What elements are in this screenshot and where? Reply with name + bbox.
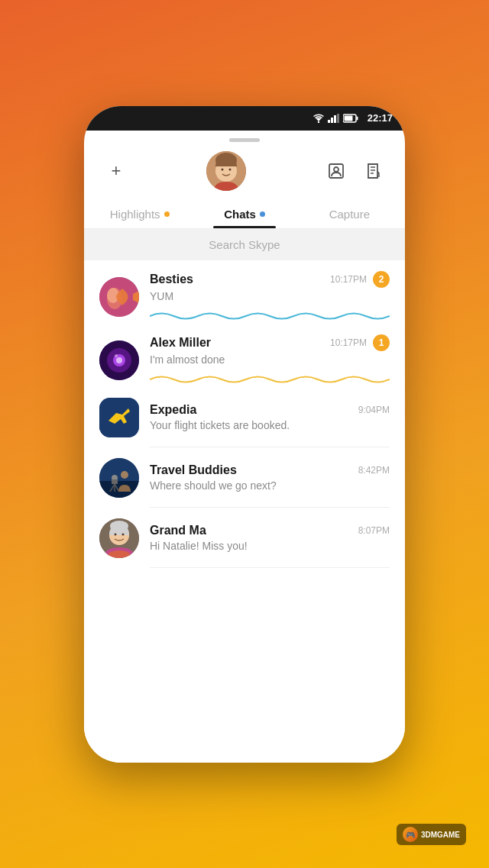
chat-preview: Your flight tickets are booked. (150, 419, 290, 431)
chat-name: Travel Buddies (150, 463, 237, 477)
status-time: 22:17 (368, 112, 393, 124)
chat-content-grandma: Grand Ma 8:07PM Hi Natalie! Miss you! (150, 524, 390, 552)
chat-avatar-grandma (99, 518, 139, 558)
header-right (322, 157, 387, 185)
chat-time: 10:17PM (330, 337, 367, 348)
watermark: 🎮 3DMGAME (397, 824, 466, 845)
svg-point-13 (229, 168, 232, 170)
unread-badge: 1 (373, 334, 390, 351)
tabs-bar: Highlights Chats Capture (84, 198, 405, 229)
tab-highlights[interactable]: Highlights (87, 198, 192, 228)
chat-content-expedia: Expedia 9:04PM Your flight tickets are b… (150, 403, 390, 431)
list-item[interactable]: Alex Miller 10:17PM 1 I'm almost done (84, 324, 405, 387)
status-icons (313, 114, 358, 123)
svg-point-39 (115, 533, 117, 535)
tab-chats[interactable]: Chats (192, 198, 296, 228)
list-item[interactable]: Travel Buddies 8:42PM Where should we go… (84, 447, 405, 498)
chat-content-travel: Travel Buddies 8:42PM Where should we go… (150, 463, 390, 492)
signal-icon (328, 114, 340, 123)
chat-time: 10:17PM (330, 274, 367, 285)
phone-frame: 22:17 + (84, 106, 405, 763)
chat-avatar-besties (99, 277, 139, 317)
calls-button[interactable] (359, 157, 387, 185)
chats-dot (260, 211, 265, 217)
svg-marker-0 (316, 118, 322, 121)
search-bar: Search Skype (84, 229, 405, 260)
contacts-icon (327, 162, 345, 180)
svg-point-25 (116, 357, 122, 363)
chat-time: 8:07PM (358, 525, 390, 536)
chat-avatar-travel (99, 458, 139, 498)
svg-rect-3 (331, 118, 333, 123)
watermark-text: 3DMGAME (421, 831, 460, 839)
chat-preview: Where should we go next? (150, 479, 277, 492)
search-placeholder: Search Skype (209, 238, 280, 251)
chat-avatar-alex (99, 340, 139, 380)
svg-point-1 (318, 121, 319, 122)
list-item[interactable]: Besties 10:17PM 2 YUM (84, 260, 405, 324)
svg-rect-2 (328, 120, 330, 123)
svg-rect-31 (112, 479, 118, 484)
chat-list: Besties 10:17PM 2 YUM (84, 260, 405, 763)
chat-preview: YUM (150, 290, 173, 302)
svg-point-26 (115, 354, 118, 357)
chat-name: Grand Ma (150, 524, 206, 537)
wave-divider-alex (150, 372, 390, 387)
list-item[interactable]: Grand Ma 8:07PM Hi Natalie! Miss you! (84, 508, 405, 558)
chat-time: 9:04PM (358, 405, 390, 415)
chat-name: Alex Miller (150, 336, 211, 350)
wave-divider-besties (150, 308, 390, 324)
search-input-wrap[interactable]: Search Skype (96, 238, 393, 251)
svg-rect-4 (334, 115, 336, 123)
highlights-dot (164, 211, 170, 217)
chat-time: 8:42PM (358, 465, 390, 476)
list-item[interactable]: Expedia 9:04PM Your flight tickets are b… (84, 387, 405, 437)
svg-point-38 (110, 521, 128, 531)
chat-name: Besties (150, 273, 193, 286)
status-bar: 22:17 (84, 106, 405, 131)
chat-content-besties: Besties 10:17PM 2 YUM (150, 271, 390, 324)
battery-icon (343, 114, 358, 123)
contacts-button[interactable] (322, 157, 350, 185)
profile-avatar[interactable] (206, 151, 246, 191)
chat-avatar-expedia (99, 398, 139, 437)
svg-rect-7 (356, 116, 358, 120)
wifi-icon (313, 114, 325, 123)
chat-name: Expedia (150, 403, 196, 417)
svg-point-35 (121, 471, 128, 479)
tab-capture[interactable]: Capture (297, 198, 402, 228)
svg-rect-5 (337, 114, 339, 123)
chat-content-alex: Alex Miller 10:17PM 1 I'm almost done (150, 334, 390, 387)
add-button[interactable]: + (102, 157, 130, 185)
watermark-icon: 🎮 (403, 827, 418, 842)
divider-grandma (84, 567, 405, 568)
chat-preview: I'm almost done (150, 353, 225, 366)
calls-icon (364, 162, 382, 180)
svg-point-15 (334, 167, 338, 172)
avatar-svg (206, 151, 246, 191)
app-header: + (84, 142, 405, 198)
unread-badge: 2 (373, 271, 390, 288)
svg-rect-8 (344, 115, 352, 121)
svg-point-40 (122, 533, 125, 535)
svg-point-12 (222, 168, 224, 170)
chat-preview: Hi Natalie! Miss you! (150, 540, 248, 552)
